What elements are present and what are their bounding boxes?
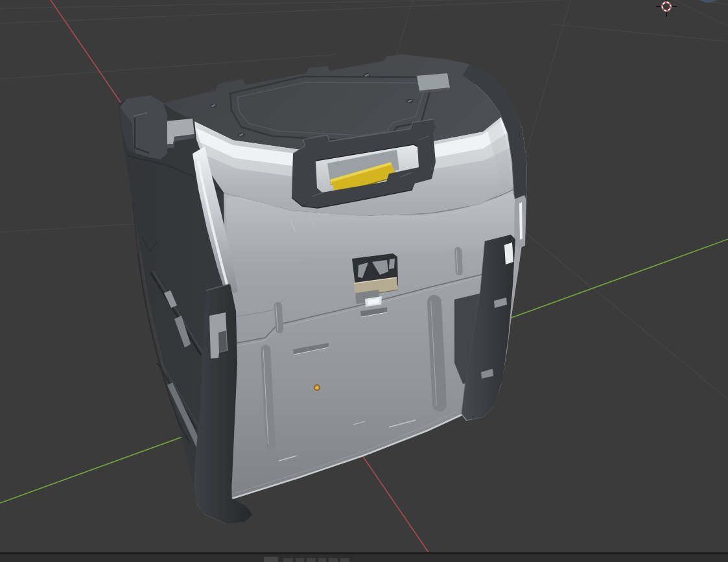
statusbar	[0, 552, 728, 562]
rail-bright-slot	[504, 242, 513, 264]
3d-viewport[interactable]	[0, 0, 728, 562]
origin-point-icon	[314, 385, 320, 390]
viewport-canvas[interactable]	[0, 0, 728, 562]
